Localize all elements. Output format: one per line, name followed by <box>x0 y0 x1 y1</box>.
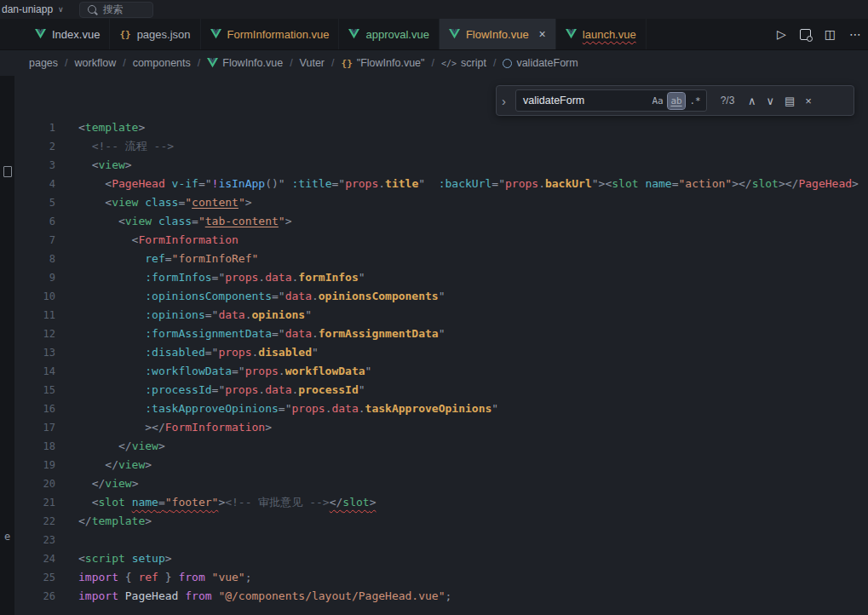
json-braces-icon: {} <box>119 29 130 40</box>
code-line: 16 :taskApproveOpinions="props.data.task… <box>0 399 868 418</box>
find-previous-icon[interactable]: ∧ <box>748 95 756 107</box>
code-line-content: import { ref } from "vue"; <box>55 568 252 587</box>
vue-icon <box>35 29 46 39</box>
breadcrumb-item[interactable]: </>script <box>441 57 486 69</box>
search-icon <box>88 5 96 14</box>
code-line: 24<script setup> <box>0 549 868 568</box>
tab-forminformation-vue[interactable]: FormInformation.vue <box>201 19 340 49</box>
split-editor-icon[interactable]: ◫ <box>825 27 836 41</box>
code-line-content: :disabled="props.disabled" <box>55 343 319 362</box>
tab-index-vue[interactable]: Index.vue <box>26 19 110 49</box>
breadcrumb-separator: / <box>432 57 434 69</box>
symbol-method-icon <box>503 59 512 68</box>
code-line: 14 :workflowData="props.workflowData" <box>0 362 868 381</box>
code-line-content: :taskApproveOpinions="props.data.taskApp… <box>55 399 498 418</box>
tab-bar: Index.vue{}pages.jsonFormInformation.vue… <box>0 19 868 50</box>
code-line-content: :opinions="data.opinions" <box>55 306 312 325</box>
search-label: 搜索 <box>103 3 124 17</box>
title-bar: dan-uniapp ∨ 搜索 <box>0 0 868 19</box>
tab-label: approval.vue <box>365 28 428 41</box>
tab-strip: Index.vue{}pages.jsonFormInformation.vue… <box>26 19 647 49</box>
tab-flowinfo-vue[interactable]: FlowInfo.vue× <box>440 19 556 49</box>
code-line-content: <PageHead v-if="!isInApp()" :title="prop… <box>55 175 859 193</box>
breadcrumb-item[interactable]: {}"FlowInfo.vue" <box>342 57 425 69</box>
editor[interactable]: e › validateForm Aa ab .* ?/3 ∧ ∨ ▤ × 1<… <box>0 76 868 615</box>
vue-icon <box>449 29 460 39</box>
code-line: 12 :formAssignmentData="data.formAssignm… <box>0 325 868 343</box>
global-search[interactable]: 搜索 <box>79 2 153 18</box>
project-menu[interactable]: dan-uniapp ∨ <box>0 3 64 15</box>
code-line: 8 ref="formInfoRef" <box>0 250 868 268</box>
code-area[interactable]: 1<template>2 <!-- 流程 -->3 <view>4 <PageH… <box>0 76 868 606</box>
close-icon[interactable]: × <box>805 95 812 107</box>
run-icon[interactable]: ▷ <box>777 27 786 41</box>
whole-word-toggle[interactable]: ab <box>668 93 685 109</box>
breadcrumb-item[interactable]: pages <box>29 57 58 69</box>
code-line-content: :processId="props.data.processId" <box>55 381 365 399</box>
vue-icon <box>348 29 359 39</box>
code-line-content <box>55 531 78 549</box>
tab-label: Index.vue <box>52 28 100 41</box>
code-line-content: <slot name="footer"><!-- 审批意见 --></slot> <box>55 493 376 512</box>
breadcrumb-separator: / <box>198 57 200 69</box>
find-input[interactable]: validateForm Aa ab .* <box>515 89 707 112</box>
tab-label: pages.json <box>137 28 191 41</box>
find-nav: ∧ ∨ ▤ × <box>748 95 812 107</box>
breadcrumb-label: workflow <box>75 57 117 69</box>
tab-label: FormInformation.vue <box>227 28 330 41</box>
code-line-content: :workflowData="props.workflowData" <box>55 362 371 381</box>
breadcrumb-label: Vuter <box>300 57 325 69</box>
breadcrumb-label: FlowInfo.vue <box>222 57 283 69</box>
code-line-content: <view> <box>55 156 132 175</box>
breadcrumb-item[interactable]: validateForm <box>503 57 578 69</box>
code-line-content: ></FormInformation> <box>55 418 272 437</box>
breadcrumb-label: "FlowInfo.vue" <box>357 57 425 69</box>
tab-launch-vue[interactable]: launch.vue <box>556 19 647 49</box>
breadcrumb-separator: / <box>331 57 334 69</box>
more-actions-icon[interactable]: ⋯ <box>849 27 861 41</box>
code-line-content: <script setup> <box>55 549 172 568</box>
tab-pages-json[interactable]: {}pages.json <box>110 19 200 49</box>
code-line: 6 <view class="tab-content"> <box>0 212 868 231</box>
breadcrumb-label: pages <box>29 57 58 69</box>
json-braces-icon: {} <box>342 58 353 69</box>
expand-replace-icon[interactable]: › <box>499 94 509 108</box>
breadcrumb-item[interactable]: workflow <box>75 57 117 69</box>
find-in-selection-icon[interactable]: ▤ <box>785 95 795 107</box>
tab-approval-vue[interactable]: approval.vue <box>339 19 439 49</box>
code-line: 19 </view> <box>0 456 868 474</box>
find-next-icon[interactable]: ∨ <box>767 95 775 107</box>
find-toggles: Aa ab .* <box>649 93 704 109</box>
code-line-content: <FormInformation <box>55 231 239 250</box>
code-line: 21 <slot name="footer"><!-- 审批意见 --></sl… <box>0 493 868 512</box>
close-icon[interactable]: × <box>539 28 546 40</box>
sidebar-fragment-icon <box>3 166 12 177</box>
code-line-content: import PageHead from "@/components/layou… <box>55 587 451 606</box>
code-line-content: </view> <box>55 437 165 456</box>
find-results-count: ?/3 <box>714 95 741 106</box>
code-line-content: :formInfos="props.data.formInfos" <box>55 268 365 287</box>
code-line: 17 ></FormInformation> <box>0 418 868 437</box>
search-editor-icon[interactable] <box>800 29 811 40</box>
breadcrumb-item[interactable]: FlowInfo.vue <box>207 57 283 69</box>
breadcrumb-item[interactable]: Vuter <box>300 57 325 69</box>
code-line: 3 <view> <box>0 156 868 175</box>
code-line-content: <!-- 流程 --> <box>55 137 174 156</box>
code-line: 4 <PageHead v-if="!isInApp()" :title="pr… <box>0 175 868 193</box>
breadcrumb-label: script <box>461 57 486 69</box>
breadcrumb-item[interactable]: components <box>133 57 191 69</box>
find-query: validateForm <box>523 95 584 106</box>
editor-actions: ▷ ◫ ⋯ <box>777 19 868 49</box>
regex-toggle[interactable]: .* <box>687 93 704 109</box>
breadcrumb-label: components <box>133 57 191 69</box>
code-line: 5 <view class="content"> <box>0 193 868 212</box>
code-line: 20 </view> <box>0 474 868 493</box>
chevron-down-icon: ∨ <box>58 5 64 14</box>
code-line-content: <template> <box>55 118 145 137</box>
code-line-content: </template> <box>55 512 152 531</box>
tab-label: launch.vue <box>583 28 636 41</box>
match-case-toggle[interactable]: Aa <box>649 93 666 109</box>
code-line-content: </view> <box>55 456 152 474</box>
code-line-content: <view class="content"> <box>55 193 252 212</box>
code-line: 11 :opinions="data.opinions" <box>0 306 868 325</box>
